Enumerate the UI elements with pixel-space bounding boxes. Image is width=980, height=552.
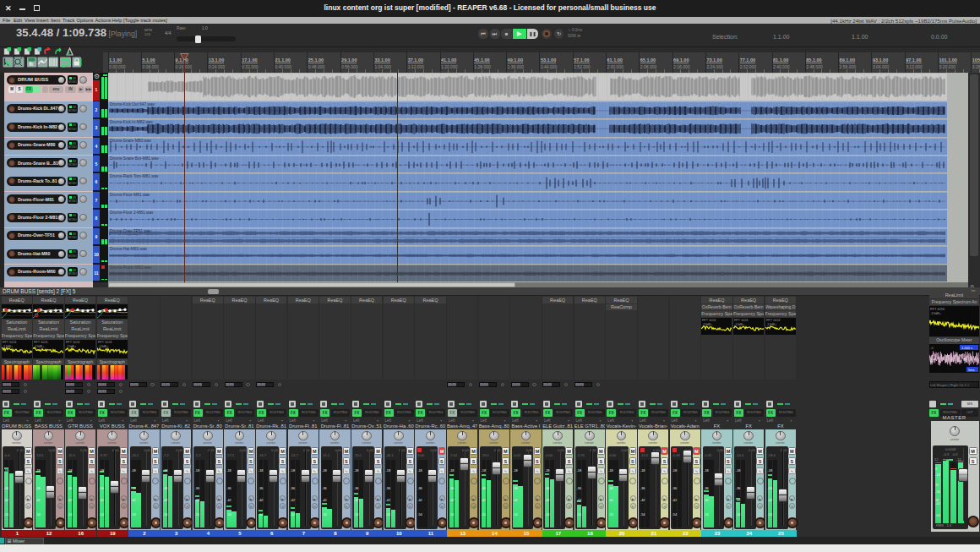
svg-text:-13dB+: -13dB+ [702, 322, 713, 325]
svg-text:-13dB+: -13dB+ [98, 345, 109, 348]
svg-text:FFT 1024: FFT 1024 [98, 341, 112, 344]
svg-text:FFT 1024: FFT 1024 [3, 341, 16, 344]
svg-text:FFT 1024: FFT 1024 [66, 341, 79, 344]
svg-text:-13dB+: -13dB+ [930, 311, 942, 315]
svg-text:FFT 1024: FFT 1024 [734, 319, 748, 322]
svg-text:+6: +6 [930, 347, 934, 350]
svg-text:FFT 1024: FFT 1024 [34, 341, 47, 344]
svg-text:FFT 1024: FFT 1024 [766, 319, 780, 322]
svg-text:-13dB+: -13dB+ [734, 322, 745, 325]
svg-text:5ms: 5ms [968, 368, 975, 372]
svg-text:FFT 1024: FFT 1024 [702, 319, 716, 322]
svg-text:1.000 s: 1.000 s [961, 346, 972, 350]
svg-text:-13dB+: -13dB+ [66, 345, 77, 348]
svg-text:-13dB+: -13dB+ [766, 322, 777, 325]
svg-text:-13dB+: -13dB+ [34, 345, 45, 348]
